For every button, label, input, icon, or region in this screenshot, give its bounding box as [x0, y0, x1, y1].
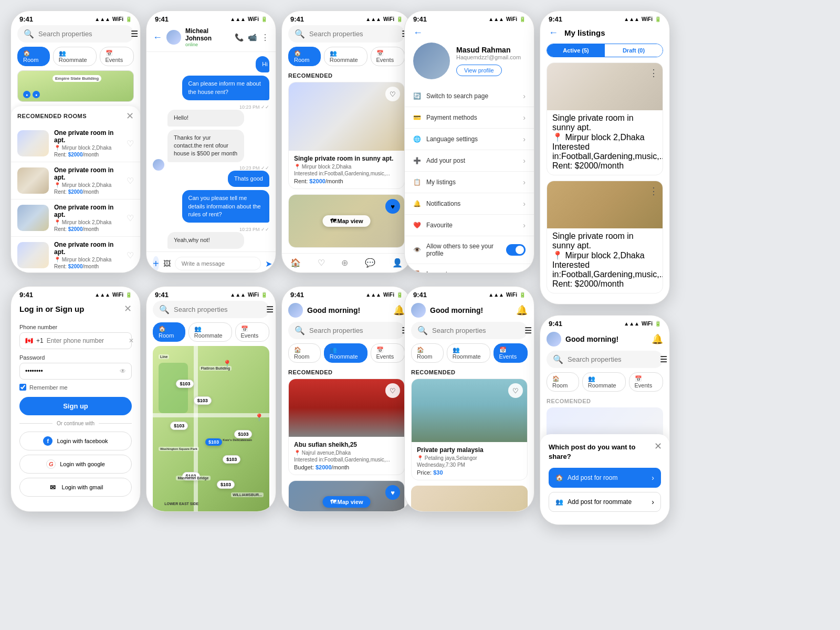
event-card-8[interactable]: ♡ Private party malaysia 📍 Petaling jaya… [411, 379, 528, 480]
remember-me-checkbox[interactable] [19, 384, 26, 391]
search-input-4[interactable] [174, 306, 262, 313]
search-input-1[interactable] [38, 30, 127, 38]
heart-icon-4[interactable]: ♡ [127, 250, 134, 260]
heart-btn-map-6[interactable]: ♥ [385, 485, 400, 500]
nav-msg-5[interactable]: 💬 [365, 258, 375, 268]
tab-room-6[interactable]: 🏠 Room [288, 343, 321, 363]
price-pin-2[interactable]: $103 [194, 396, 212, 405]
phone-call-icon[interactable]: 📞 [235, 33, 244, 41]
roommate-heart-btn-6[interactable]: ♡ [385, 383, 400, 398]
search-input-6[interactable] [309, 327, 397, 334]
tab-roommate-8[interactable]: 👥 Roommate [447, 343, 490, 363]
nav-plus-5[interactable]: ⊕ [341, 258, 348, 268]
tab-events-1[interactable]: 📅 Events [100, 47, 134, 66]
listings-tab-draft-9[interactable]: Draft (0) [605, 44, 663, 57]
menu-allow-7[interactable]: 👁️ Allow others to see your profile [405, 236, 534, 264]
room-row-3[interactable]: One private room in apt. 📍 Mirpur block … [11, 200, 140, 237]
search-bar-8[interactable]: 🔍 ☰ [411, 322, 528, 339]
facebook-login-button[interactable]: f Login with facebook [19, 432, 132, 450]
image-icon[interactable]: 🖼 [163, 259, 171, 268]
close-sheet-icon[interactable]: ✕ [126, 110, 134, 122]
room-card-5[interactable]: ♡ Single private room in sunny apt. 📍 Mi… [288, 82, 405, 189]
tab-room-1[interactable]: 🏠 Room [17, 47, 50, 66]
search-input-8[interactable] [432, 327, 520, 334]
tab-roommate-5[interactable]: 👥 Roommate [324, 47, 368, 66]
message-input[interactable] [175, 257, 261, 270]
add-post-room-button[interactable]: 🏠 Add post for room › [549, 468, 661, 488]
tab-room-8[interactable]: 🏠 Room [411, 343, 444, 363]
menu-addpost-7[interactable]: ➕ Add your post › [405, 150, 534, 172]
back-icon-7[interactable]: ← [413, 27, 423, 38]
price-pin-7[interactable]: $103 [217, 480, 235, 489]
search-bar-4[interactable]: 🔍 ☰ [153, 301, 269, 318]
map-view-btn-6[interactable]: 🗺 Map view [323, 496, 371, 508]
tab-roommate-6[interactable]: 👥 Roommate [324, 343, 368, 363]
tab-events-10[interactable]: 📅 Events [629, 372, 663, 392]
search-input-10[interactable] [568, 355, 656, 363]
add-post-roommate-button[interactable]: 👥 Add post for roommate › [549, 492, 661, 512]
video-call-icon[interactable]: 📹 [248, 33, 257, 41]
tab-events-4[interactable]: 📅 Events [235, 322, 269, 342]
google-login-button[interactable]: G Login with google [19, 455, 132, 474]
notification-icon-8[interactable]: 🔔 [516, 304, 528, 316]
filter-icon-8[interactable]: ☰ [524, 326, 532, 335]
room-heart-btn-5[interactable]: ♡ [385, 87, 400, 101]
price-pin-3[interactable]: $103 [170, 422, 188, 430]
add-attachment-icon[interactable]: + [153, 256, 159, 271]
room-row-4[interactable]: One private room in apt. 📍 Mirpur block … [11, 237, 140, 272]
room-row-2[interactable]: One private room in apt. 📍 Mirpur block … [11, 162, 140, 200]
tab-events-5[interactable]: 📅 Events [371, 47, 405, 66]
tab-events-8[interactable]: 📅 Events [494, 343, 528, 363]
price-pin-1[interactable]: $103 [176, 380, 194, 388]
price-pin-5[interactable]: $103 [234, 430, 252, 438]
phone-input-wrapper[interactable]: 🇨🇦 +1 ✕ [19, 332, 132, 349]
menu-notifications-7[interactable]: 🔔 Notifications › [405, 193, 534, 215]
menu-switch-7[interactable]: 🔄 Switch to search page › [405, 86, 534, 107]
menu-logout-7[interactable]: 🚪 Log out [405, 264, 534, 273]
event-card-2-8[interactable] [411, 486, 528, 512]
tab-room-4[interactable]: 🏠 Room [153, 322, 185, 342]
tab-room-5[interactable]: 🏠 Room [288, 47, 321, 66]
filter-icon-4[interactable]: ☰ [266, 304, 274, 314]
three-dot-2-9[interactable]: ⋮ [649, 185, 658, 197]
price-pin-4[interactable]: $103 [223, 455, 240, 464]
tab-roommate-4[interactable]: 👥 Roommate [188, 322, 232, 342]
back-icon-9[interactable]: ← [549, 27, 558, 38]
gmail-login-button[interactable]: ✉ Login with gmail [19, 478, 132, 497]
tab-roommate-10[interactable]: 👥 Roommate [582, 372, 626, 392]
heart-btn-map-5[interactable]: ♥ [385, 199, 400, 214]
close-login-icon[interactable]: ✕ [124, 303, 132, 314]
nav-user-5[interactable]: 👤 [392, 258, 403, 268]
map-view-card-6[interactable]: 🗺 Map view ♥ [288, 480, 405, 512]
clear-phone-icon[interactable]: ✕ [129, 337, 134, 344]
password-input[interactable] [25, 368, 117, 375]
menu-language-7[interactable]: 🌐 Language settings › [405, 129, 534, 150]
map-view-btn-5[interactable]: 🗺 Map view [323, 215, 371, 227]
password-input-wrapper[interactable]: 👁 [19, 363, 132, 380]
notification-icon-6[interactable]: 🔔 [393, 304, 405, 316]
menu-listings-7[interactable]: 📋 My listings › [405, 172, 534, 193]
room-row-1[interactable]: One private room in apt. 📍 Mirpur block … [11, 125, 140, 162]
filter-icon-10[interactable]: ☰ [660, 354, 667, 364]
send-icon[interactable]: ➤ [265, 259, 272, 269]
heart-icon-2[interactable]: ♡ [127, 176, 134, 186]
search-bar-1[interactable]: 🔍 ☰ [17, 25, 134, 43]
back-icon-chat[interactable]: ← [153, 32, 162, 43]
search-bar-6[interactable]: 🔍 ☰ [288, 322, 405, 339]
phone-input[interactable] [47, 337, 125, 344]
heart-icon-1[interactable]: ♡ [127, 139, 134, 149]
tab-roommate-1[interactable]: 👥 Roommate [53, 47, 97, 66]
roommate-card-6[interactable]: ♡ Abu sufian sheikh,25 📍 Najrul avenue,D… [288, 379, 405, 475]
eye-icon[interactable]: 👁 [120, 368, 126, 375]
three-dot-1-9[interactable]: ⋮ [649, 67, 658, 79]
menu-favourite-7[interactable]: ❤️ Favourite › [405, 215, 534, 236]
event-heart-btn-8[interactable]: ♡ [508, 383, 523, 398]
nav-heart-5[interactable]: ♡ [318, 258, 325, 268]
price-pin-selected[interactable]: $103 [205, 438, 222, 446]
map-view-card-5[interactable]: 🗺 Map view ♥ [288, 194, 405, 248]
listing-card-2-9[interactable]: ⋮ Single private room in sunny apt. 📍 Mi… [547, 181, 663, 293]
search-bar-5[interactable]: 🔍 ☰ [288, 25, 405, 43]
profile-toggle-7[interactable] [506, 244, 526, 256]
view-profile-button-7[interactable]: View profile [456, 65, 502, 76]
close-share-modal[interactable]: ✕ [654, 440, 662, 452]
